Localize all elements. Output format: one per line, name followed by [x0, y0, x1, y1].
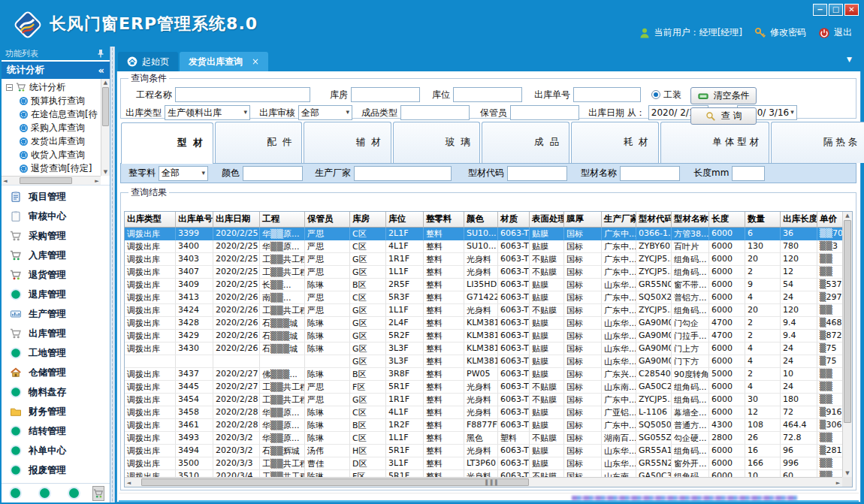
- close-button[interactable]: ✕: [844, 4, 859, 16]
- outbound-type-select[interactable]: 生产领料出库: [165, 105, 250, 120]
- tree-vertical-scrollbar[interactable]: ▲ ▼: [101, 79, 110, 176]
- logout-button[interactable]: 退出: [818, 26, 852, 39]
- table-row[interactable]: 调拨出库33992020/2/25华▒▒原...严思C区2L1F整料SU10..…: [125, 228, 842, 240]
- tree-item[interactable]: 收货入库查询: [2, 148, 101, 161]
- table-row[interactable]: 调拨出库34452020/2/27工▒▒共工程严思F区5R1F整料光身料6063…: [125, 381, 842, 394]
- audit-select[interactable]: 全部: [298, 105, 352, 120]
- tree-horizontal-scrollbar[interactable]: ◄ ►: [2, 176, 101, 185]
- table-row[interactable]: 调拨出库34932020/3/2华▒▒原...陈琳C区1L1F整料黑色塑料不贴膜…: [125, 432, 842, 445]
- column-header[interactable]: 型材名称: [672, 212, 709, 228]
- table-row[interactable]: 调拨出库34002020/2/25华▒▒原...严思C区4L1F整料SU10..…: [125, 240, 842, 253]
- sidebar-group-item[interactable]: 项目管理: [2, 187, 110, 207]
- material-tab[interactable]: 耗 材: [571, 122, 659, 163]
- sidebar-group-item[interactable]: 物料盘存: [2, 382, 110, 402]
- table-row[interactable]: 调拨出库34582020/2/28华▒▒原...陈琳C区4L1F整料光身料606…: [125, 406, 842, 419]
- sidebar-group-item[interactable]: 报废管理: [2, 460, 110, 480]
- scroll-down-icon[interactable]: ▼: [101, 168, 110, 176]
- sidebar-group-item[interactable]: 仓储管理: [2, 363, 110, 382]
- column-header[interactable]: 保管员: [305, 212, 350, 228]
- profile-name-input[interactable]: [620, 166, 680, 181]
- scroll-right-icon[interactable]: ►: [93, 177, 101, 185]
- column-header[interactable]: 工程: [260, 212, 305, 228]
- location-input[interactable]: [453, 87, 522, 102]
- search-button[interactable]: 查 询: [690, 107, 757, 125]
- material-tab[interactable]: 玻 璃: [393, 122, 481, 163]
- maximize-button[interactable]: □: [829, 4, 843, 16]
- footer-cart-button[interactable]: [92, 486, 104, 501]
- warehouse-input[interactable]: [351, 87, 420, 102]
- column-header[interactable]: 库位: [386, 212, 424, 228]
- sidebar-group-item[interactable]: 审核中心: [2, 207, 110, 226]
- material-tab[interactable]: 单 体 型 材: [660, 122, 770, 163]
- scroll-right-icon[interactable]: ►: [834, 479, 842, 487]
- clear-conditions-button[interactable]: 清空条件: [690, 87, 757, 104]
- table-row[interactable]: 调拨出库34092020/2/25长▒▒...陈琳B区2R5F整料LI35HD6…: [125, 279, 842, 291]
- tab-close-icon[interactable]: ×: [252, 56, 259, 67]
- sidebar-group-item[interactable]: 补单中心: [2, 441, 110, 460]
- keeper-input[interactable]: [510, 105, 579, 120]
- dot-green-icon[interactable]: [11, 488, 20, 498]
- material-tab[interactable]: 成 品: [482, 122, 569, 163]
- sidebar-group-item[interactable]: 生产管理: [2, 304, 110, 324]
- grid-horizontal-scrollbar[interactable]: ◄ ▐▐▐ ►: [125, 477, 842, 487]
- scroll-up-icon[interactable]: ▲: [101, 79, 110, 86]
- change-password-link[interactable]: 修改密码: [754, 26, 806, 39]
- scroll-left-icon[interactable]: ◄: [2, 177, 9, 185]
- table-row[interactable]: 调拨出库34072020/2/25工▒▒共工程严思G区1L1F整料光身料6063…: [125, 266, 842, 279]
- table-row[interactable]: 调拨出库34292020/2/26石▒▒▒城陈琳G区5R2F整料KLM38176…: [125, 330, 842, 343]
- column-header[interactable]: 出库单号: [176, 212, 213, 228]
- tree-item[interactable]: 退货查询[待定]: [2, 161, 101, 175]
- tab-shipping-query[interactable]: 发货出库查询 ×: [180, 52, 268, 71]
- whole-part-select[interactable]: 全部: [159, 166, 208, 181]
- project-name-input[interactable]: [175, 87, 310, 102]
- column-header[interactable]: 生产厂家: [602, 212, 636, 228]
- pin-icon[interactable]: [95, 48, 106, 59]
- column-header[interactable]: 数量: [745, 212, 781, 228]
- table-row[interactable]: 调拨出库34242020/2/26工▒▒共工程严思G区1L1F整料光身料6063…: [125, 304, 842, 317]
- sidebar-group-item[interactable]: 采购管理: [2, 226, 110, 246]
- column-header[interactable]: 材质: [498, 212, 530, 228]
- tree-vscroll-thumb[interactable]: [102, 87, 109, 126]
- sidebar-group-item[interactable]: 工地管理: [2, 343, 110, 363]
- column-header[interactable]: 库房: [350, 212, 386, 228]
- column-header[interactable]: 出库类型: [125, 212, 176, 228]
- sidebar-group-item[interactable]: 财务管理: [2, 402, 110, 421]
- tab-list-caret-icon[interactable]: ▼: [847, 56, 852, 63]
- tree-item[interactable]: 在途信息查询[待: [2, 107, 101, 121]
- tree-item[interactable]: 发货出库查询: [2, 134, 101, 148]
- material-tab[interactable]: 型 材: [121, 122, 213, 164]
- table-row[interactable]: 调拨出库34302020/2/26石▒▒▒城陈琳G区3L3F整料KLM38176…: [125, 343, 842, 355]
- column-header[interactable]: 长度: [709, 212, 745, 228]
- material-tab[interactable]: 辅 材: [304, 122, 391, 163]
- stats-section-header[interactable]: 统计分析 «: [2, 62, 110, 79]
- material-tab[interactable]: 配 件: [215, 122, 303, 163]
- order-no-input[interactable]: [573, 87, 641, 102]
- scroll-up-icon[interactable]: ▲: [843, 212, 852, 219]
- table-row[interactable]: G区3L3F整料KLM38176063-T5贴膜国标山东华...GA90M09.…: [125, 355, 842, 368]
- tree-root[interactable]: − 统计分析: [2, 80, 101, 94]
- table-row[interactable]: 调拨出库35102020/3/4工▒▒共工程陈琳F区5R1F整料光身料6063-…: [125, 470, 842, 477]
- length-input[interactable]: [732, 166, 765, 181]
- column-header[interactable]: 表面处理: [530, 212, 564, 228]
- sidebar-group-item[interactable]: 出库管理: [2, 324, 110, 343]
- table-row[interactable]: 调拨出库34282020/2/26石▒▒▒城陈琳G区2L4F整料KLM38176…: [125, 317, 842, 330]
- scroll-left-icon[interactable]: ◄: [125, 479, 133, 487]
- table-row[interactable]: 调拨出库34372020/2/27佛▒▒▒...陈琳B区3R8F整料PW0560…: [125, 368, 842, 381]
- table-row[interactable]: 调拨出库34612020/2/28华▒▒原...陈琳B区1R2F整料F8877F…: [125, 419, 842, 432]
- scroll-down-icon[interactable]: ▼: [843, 469, 852, 477]
- grid-vertical-scrollbar[interactable]: ▲ ▼: [842, 212, 852, 477]
- column-header[interactable]: 单价: [817, 212, 842, 228]
- column-header[interactable]: 整零料: [424, 212, 464, 228]
- sidebar-group-item[interactable]: 结转管理: [2, 421, 110, 441]
- sidebar-group-item[interactable]: 退货管理: [2, 265, 110, 285]
- tree-expander-icon[interactable]: −: [6, 84, 13, 91]
- column-header[interactable]: 颜色: [464, 212, 498, 228]
- tab-home[interactable]: 起始页: [118, 52, 178, 71]
- table-row[interactable]: 调拨出库34942020/3/2石▒▒辉城汤伟H区5R1F整料光身料6063-T…: [125, 445, 842, 457]
- color-input[interactable]: [243, 166, 303, 181]
- material-tab[interactable]: 隔 热 条: [771, 122, 864, 163]
- column-header[interactable]: 出库长度: [781, 212, 817, 228]
- tree-item[interactable]: 采购入库查询: [2, 121, 101, 134]
- collapse-icon[interactable]: «: [98, 65, 104, 76]
- minimize-button[interactable]: −: [813, 4, 827, 16]
